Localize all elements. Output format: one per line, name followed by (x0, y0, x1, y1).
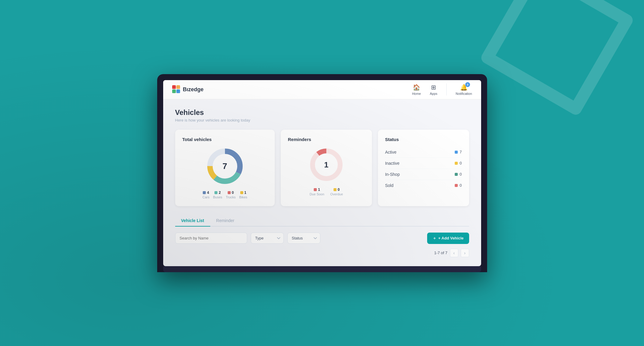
status-dropdown[interactable]: Status Active Inactive In-Shop Sold (287, 233, 320, 244)
bikes-label: Bikes (239, 195, 247, 199)
sold-count: 0 (460, 183, 462, 188)
legend-cars: 4 Cars (202, 191, 209, 199)
page-subtitle: Here is how your vehicles are looking to… (175, 118, 469, 122)
buses-dot (214, 191, 217, 194)
monitor-chin (163, 266, 481, 272)
tabs-row: Vehicle List Reminder (175, 215, 469, 227)
inactive-indicator (455, 162, 458, 165)
nav-divider (446, 83, 447, 95)
inshop-count: 0 (460, 172, 462, 176)
legend-due-soon: 1 Due Soon (310, 188, 324, 196)
total-vehicles-card: Total vehicles (175, 130, 275, 206)
total-vehicles-legend: 4 Cars 2 Buses (202, 191, 247, 199)
status-item-sold: Sold 0 (385, 180, 462, 191)
logo-icon (172, 85, 181, 94)
add-vehicle-button[interactable]: ＋ + Add Vehicle (427, 233, 469, 244)
total-vehicles-title: Total vehicles (182, 137, 268, 142)
nav-notification[interactable]: 🔔 3 Notification (456, 84, 472, 95)
svg-rect-2 (172, 89, 176, 93)
legend-buses: 2 Buses (213, 191, 222, 199)
bell-icon: 🔔 3 (460, 84, 468, 91)
nav-apps[interactable]: ⊞ Apps (430, 84, 437, 95)
pagination-prev[interactable]: ‹ (450, 249, 458, 257)
overdue-label: Overdue (330, 192, 343, 196)
bikes-count: 1 (244, 191, 247, 195)
cars-count: 4 (207, 191, 209, 195)
page-title: Vehicles (175, 108, 469, 117)
due-soon-count: 1 (318, 188, 320, 192)
reminders-legend: 1 Due Soon 0 Overdue (310, 188, 343, 196)
navbar: Bızedge 🏠 Home ⊞ Apps 🔔 3 Noti (163, 80, 481, 99)
status-inactive-label: Inactive (385, 161, 400, 166)
apps-label: Apps (430, 92, 437, 95)
pagination-text: 1-7 of 7 (434, 251, 447, 255)
logo: Bızedge (172, 85, 204, 94)
due-soon-label: Due Soon (310, 192, 324, 196)
legend-bikes: 1 Bikes (239, 191, 247, 199)
svg-rect-1 (176, 85, 180, 89)
legend-trucks: 0 Trucks (226, 191, 236, 199)
cars-dot (203, 191, 206, 194)
total-vehicles-count: 7 (223, 161, 227, 171)
status-active-label: Active (385, 150, 397, 155)
tab-vehicle-list[interactable]: Vehicle List (175, 215, 210, 227)
nav-home[interactable]: 🏠 Home (412, 84, 421, 95)
pagination-row: 1-7 of 7 ‹ › (175, 249, 469, 257)
status-list: Active 7 Inactive 0 (385, 147, 462, 191)
due-soon-dot (314, 188, 317, 191)
type-dropdown[interactable]: Type Car Bus Truck Bike (251, 233, 284, 244)
logo-text: Bızedge (183, 86, 204, 93)
inactive-count: 0 (460, 161, 462, 165)
home-icon: 🏠 (413, 84, 420, 91)
cars-label: Cars (202, 195, 209, 199)
cards-row: Total vehicles (175, 130, 469, 206)
status-inshop-label: In-Shop (385, 172, 400, 177)
add-vehicle-icon: ＋ (433, 236, 436, 241)
svg-rect-0 (172, 85, 176, 89)
filters-row: Type Car Bus Truck Bike Status Active In… (175, 233, 469, 244)
trucks-count: 0 (232, 191, 234, 195)
nav-items: 🏠 Home ⊞ Apps 🔔 3 Notification (412, 83, 472, 95)
status-sold-label: Sold (385, 183, 394, 188)
status-item-active: Active 7 (385, 147, 462, 158)
status-title: Status (385, 137, 462, 142)
bikes-dot (240, 191, 243, 194)
status-item-inactive: Inactive 0 (385, 158, 462, 169)
monitor-frame: Bızedge 🏠 Home ⊞ Apps 🔔 3 Noti (157, 74, 487, 272)
svg-rect-3 (176, 89, 180, 93)
total-vehicles-donut: 7 (205, 147, 244, 186)
buses-label: Buses (213, 195, 222, 199)
monitor-screen: Bızedge 🏠 Home ⊞ Apps 🔔 3 Noti (163, 80, 481, 266)
apps-icon: ⊞ (431, 84, 436, 91)
status-item-inshop: In-Shop 0 (385, 169, 462, 180)
reminders-donut: 1 (308, 147, 344, 183)
reminders-donut-container: 1 1 Due Soon (288, 147, 365, 196)
tab-reminder[interactable]: Reminder (210, 215, 241, 227)
reminders-title: Reminders (288, 137, 365, 142)
buses-count: 2 (219, 191, 221, 195)
legend-overdue: 0 Overdue (330, 188, 343, 196)
trucks-dot (228, 191, 231, 194)
overdue-count: 0 (338, 188, 340, 192)
add-vehicle-label: + Add Vehicle (438, 236, 463, 240)
pagination-next[interactable]: › (461, 249, 469, 257)
search-input[interactable] (175, 233, 247, 244)
notification-label: Notification (456, 92, 472, 95)
overdue-dot (334, 188, 337, 191)
trucks-label: Trucks (226, 195, 236, 199)
inshop-indicator (455, 173, 458, 176)
reminders-count: 1 (324, 160, 328, 169)
reminders-card: Reminders 1 (281, 130, 372, 206)
active-indicator (455, 151, 458, 154)
notification-badge: 3 (465, 82, 470, 87)
sold-indicator (455, 184, 458, 187)
total-vehicles-donut-container: 7 4 Cars (182, 147, 268, 199)
active-count: 7 (460, 150, 462, 154)
home-label: Home (412, 92, 421, 95)
status-card: Status Active 7 Inactive (378, 130, 469, 206)
main-content: Vehicles Here is how your vehicles are l… (163, 99, 481, 266)
